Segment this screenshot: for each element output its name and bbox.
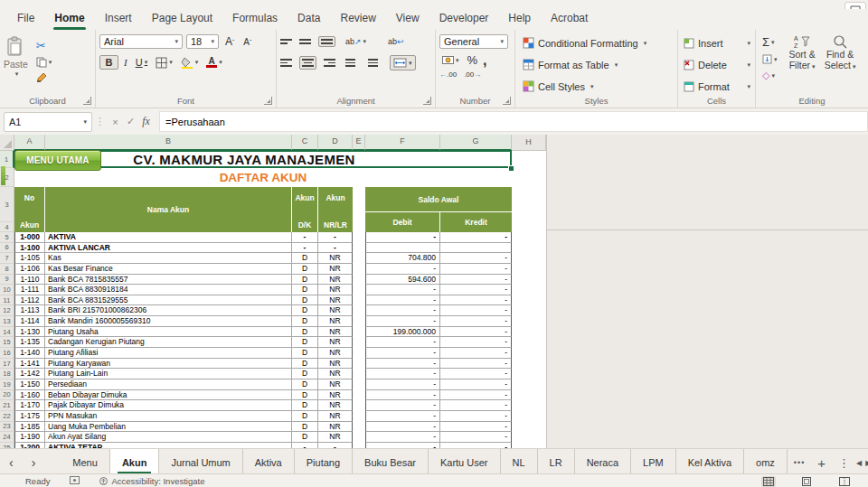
cell-gap[interactable] bbox=[353, 432, 365, 443]
cell-gap[interactable] bbox=[353, 253, 365, 264]
cell-empty[interactable] bbox=[512, 232, 546, 243]
align-middle-icon[interactable] bbox=[299, 39, 311, 43]
table-row[interactable]: 1-185 Uang Muka Pembelian D NR - - bbox=[14, 422, 546, 433]
cell-kredit[interactable]: - bbox=[440, 275, 512, 286]
clipboard-dialog-launcher[interactable] bbox=[83, 97, 91, 105]
cell-empty[interactable] bbox=[512, 243, 546, 254]
cell-kredit[interactable]: - bbox=[440, 337, 512, 348]
cell-dk[interactable]: D bbox=[292, 348, 318, 359]
more-sheets-icon[interactable]: ••• bbox=[788, 458, 811, 467]
column-header-g[interactable]: G bbox=[440, 135, 512, 151]
cell-nama-akun[interactable]: Bank BCA 8831529555 bbox=[45, 295, 292, 306]
accounting-format-button[interactable]: ▾ bbox=[439, 54, 462, 66]
cell-dk[interactable]: D bbox=[292, 285, 318, 295]
row-header[interactable]: 16 bbox=[0, 348, 14, 359]
cell-gap[interactable] bbox=[353, 316, 365, 327]
cell-debit[interactable]: - bbox=[365, 285, 440, 295]
page-break-view-icon[interactable] bbox=[837, 476, 852, 487]
table-row[interactable]: 1-140 Piutang Afiliasi D NR - - bbox=[14, 348, 546, 359]
cell-nrlr[interactable]: NR bbox=[318, 400, 353, 411]
cell-nrlr[interactable]: NR bbox=[318, 285, 353, 295]
cell-dk[interactable]: D bbox=[292, 337, 318, 348]
delete-cells-button[interactable]: Delete▾ bbox=[684, 56, 750, 73]
cell-nrlr[interactable]: NR bbox=[318, 411, 353, 422]
cell-debit[interactable]: - bbox=[365, 232, 440, 243]
scroll-left-icon[interactable]: ◀ bbox=[856, 459, 862, 467]
cell-nrlr[interactable]: NR bbox=[318, 327, 353, 338]
confirm-entry-icon[interactable]: ✓ bbox=[123, 116, 138, 127]
row-header[interactable]: 11 bbox=[0, 295, 14, 306]
sheet-nav-right-icon[interactable]: › bbox=[23, 455, 45, 470]
table-row[interactable]: 1-170 Pajak Dibayar Dimuka D NR - - bbox=[14, 400, 546, 411]
sheet-tab-lpm[interactable]: LPM bbox=[631, 449, 676, 476]
row-header[interactable]: 7 bbox=[0, 253, 14, 264]
conditional-formatting-button[interactable]: Conditional Formatting▾ bbox=[523, 34, 674, 52]
sheet-tab-piutang[interactable]: Piutang bbox=[295, 449, 353, 476]
cell-nama-akun[interactable]: Kas Besar Finance bbox=[45, 264, 292, 275]
cell-no-akun[interactable]: 1-190 bbox=[14, 432, 45, 443]
cut-button[interactable]: ✂ bbox=[33, 38, 55, 53]
cell-no-akun[interactable]: 1-110 bbox=[14, 275, 45, 286]
cell-no-akun[interactable]: 1-106 bbox=[14, 264, 45, 275]
cell-empty[interactable] bbox=[512, 316, 546, 327]
cell-no-akun[interactable]: 1-175 bbox=[14, 411, 45, 422]
ribbon-tab-developer[interactable]: Developer bbox=[429, 9, 499, 30]
table-row[interactable]: 1-114 Bank Mandiri 1600005569310 D NR - … bbox=[14, 316, 546, 327]
sort-filter-button[interactable]: AZ Sort &Filter▾ bbox=[789, 34, 816, 82]
cell-gap[interactable] bbox=[353, 422, 365, 433]
cell-kredit[interactable]: - bbox=[440, 411, 512, 422]
row-header[interactable]: 20 bbox=[0, 390, 14, 401]
header-akun-nrlr[interactable]: AkunNR/LR bbox=[318, 187, 353, 232]
cell-kredit[interactable]: - bbox=[440, 400, 512, 411]
cell-no-akun[interactable]: 1-100 bbox=[14, 243, 45, 254]
number-format-select[interactable]: General▾ bbox=[439, 34, 508, 49]
cell-kredit[interactable]: - bbox=[440, 432, 512, 443]
cell-nrlr[interactable]: NR bbox=[318, 305, 353, 316]
row-header[interactable]: 3 bbox=[0, 187, 14, 222]
cell-nama-akun[interactable]: Bank BCA 8830918184 bbox=[45, 285, 292, 295]
ribbon-tab-file[interactable]: File bbox=[7, 9, 44, 30]
row-header[interactable]: 6 bbox=[0, 243, 14, 254]
insert-cells-button[interactable]: Insert▾ bbox=[684, 34, 750, 52]
cancel-entry-icon[interactable]: × bbox=[108, 117, 123, 127]
insert-function-icon[interactable]: fx bbox=[138, 115, 154, 128]
cell-nama-akun[interactable]: Bank Mandiri 1600005569310 bbox=[45, 316, 292, 327]
cell-nama-akun[interactable]: Uang Muka Pembelian bbox=[45, 422, 292, 433]
align-top-icon[interactable] bbox=[280, 39, 292, 43]
cell-gap[interactable] bbox=[353, 264, 365, 275]
table-row[interactable]: 1-160 Beban Dibayar Dimuka D NR - - bbox=[14, 390, 546, 401]
underline-button[interactable]: U▾ bbox=[133, 56, 150, 69]
cell-debit[interactable]: - bbox=[365, 295, 440, 306]
font-color-button[interactable]: A ▾ bbox=[203, 56, 225, 69]
cell-nrlr[interactable]: NR bbox=[318, 275, 353, 286]
align-bottom-icon[interactable] bbox=[318, 36, 335, 46]
cell-nama-akun[interactable]: Pajak Dibayar Dimuka bbox=[45, 400, 292, 411]
row-header[interactable]: 5 bbox=[0, 232, 14, 243]
cell-nama-akun[interactable]: Bank BCA 7815835557 bbox=[45, 275, 292, 286]
cell-no-akun[interactable]: 1-141 bbox=[14, 359, 45, 370]
cell-debit[interactable]: 704.800 bbox=[365, 253, 440, 264]
row-header[interactable]: 9 bbox=[0, 275, 14, 286]
sheet-tab-aktiva[interactable]: Aktiva bbox=[243, 449, 295, 476]
cell-gap[interactable] bbox=[353, 379, 365, 390]
table-row[interactable]: 1-190 Akun Ayat Silang D NR - - bbox=[14, 432, 546, 443]
cell-dk[interactable]: D bbox=[292, 305, 318, 316]
cell-empty[interactable] bbox=[512, 400, 546, 411]
cell-kredit[interactable]: - bbox=[440, 379, 512, 390]
cell-no-akun[interactable]: 1-112 bbox=[14, 295, 45, 306]
cell-debit[interactable]: 594.600 bbox=[365, 275, 440, 286]
column-header-h[interactable]: H bbox=[512, 135, 546, 151]
cell-no-akun[interactable]: 1-170 bbox=[14, 400, 45, 411]
cell-gap[interactable] bbox=[353, 232, 365, 243]
cell-empty[interactable] bbox=[512, 295, 546, 306]
cell-dk[interactable]: D bbox=[292, 379, 318, 390]
column-header-b[interactable]: B bbox=[45, 135, 292, 151]
new-sheet-icon[interactable]: + bbox=[811, 455, 832, 471]
cell-gap[interactable] bbox=[353, 285, 365, 295]
bold-button[interactable]: B bbox=[99, 55, 118, 70]
format-painter-button[interactable] bbox=[33, 71, 55, 84]
table-row[interactable]: 1-000 AKTIVA - - - - bbox=[14, 232, 546, 243]
cell-nrlr[interactable]: NR bbox=[318, 422, 353, 433]
cell-gap[interactable] bbox=[353, 348, 365, 359]
cell-dk[interactable]: - bbox=[292, 243, 318, 254]
